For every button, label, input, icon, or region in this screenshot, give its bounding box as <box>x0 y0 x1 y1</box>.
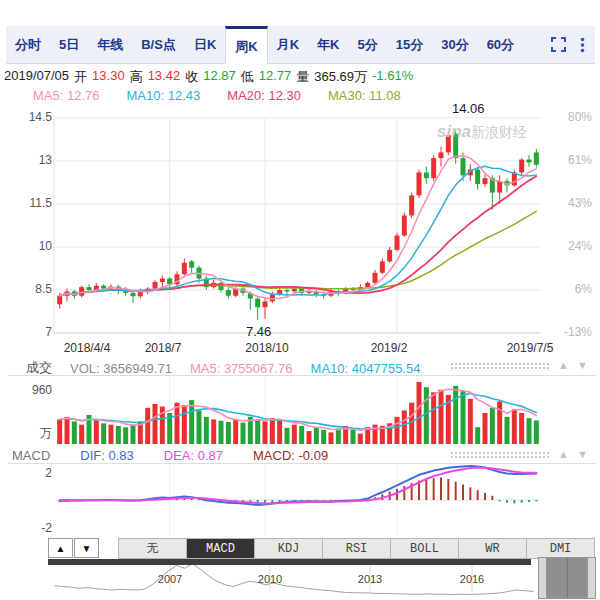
volume-expand-icon[interactable]: ▲ <box>558 360 569 371</box>
price-tick-label: 11.5 <box>2 196 52 210</box>
volume-vol-value: VOL: 3656949.71 <box>70 361 172 376</box>
macd-dif-value: DIF: 0.83 <box>80 448 133 463</box>
date-tick-label: 2018/7 <box>145 341 182 355</box>
indicator-tab-DMI[interactable]: DMI <box>526 539 594 558</box>
macd-drag-handle[interactable] <box>450 451 550 459</box>
volume-collapse-icon[interactable]: ▼ <box>577 360 588 371</box>
percent-tick-label: 6% <box>546 282 592 296</box>
volume-drag-handle[interactable] <box>450 362 550 370</box>
navigator-mid-line <box>567 558 568 598</box>
percent-tick-label: 24% <box>546 239 592 253</box>
date-tick-label: 2019/7/5 <box>507 341 554 355</box>
indicator-tab-KDJ[interactable]: KDJ <box>254 539 322 558</box>
navigator-selection-box[interactable] <box>538 557 596 599</box>
date-tick-label: 2018/4/4 <box>64 341 111 355</box>
macd-dea-value: DEA: 0.87 <box>164 448 223 463</box>
percent-tick-label: -13% <box>546 325 592 339</box>
macd-pane-tools: ▲ ▼ <box>450 449 588 460</box>
macd-collapse-icon[interactable]: ▼ <box>577 449 588 460</box>
indicator-scroll-bar <box>48 559 531 565</box>
percent-tick-label: 43% <box>546 196 592 210</box>
price-tick-label: 13 <box>2 153 52 167</box>
macd-axis-top: 2 <box>2 466 52 480</box>
volume-axis-max: 960 <box>2 383 52 397</box>
indicator-tab-MACD[interactable]: MACD <box>186 539 254 558</box>
price-tick-label: 14.5 <box>2 110 52 124</box>
volume-header-divider <box>8 375 596 376</box>
navigator-year-label: 2016 <box>460 573 484 585</box>
navigator-year-label: 2007 <box>158 573 182 585</box>
volume-ma5-value: MA5: 3755067.76 <box>190 361 293 376</box>
volume-pane-tools: ▲ ▼ <box>450 360 588 371</box>
pane-up-button[interactable]: ▲ <box>48 538 73 558</box>
price-tick-label: 8.5 <box>2 282 52 296</box>
percent-tick-label: 61% <box>546 153 592 167</box>
percent-tick-label: 80% <box>546 110 592 124</box>
macd-header: MACD DIF: 0.83 DEA: 0.87 MACD: -0.09 <box>12 448 328 463</box>
chart-canvas[interactable] <box>0 0 600 600</box>
macd-axis-bottom: -2 <box>2 521 52 535</box>
navigator-year-label: 2010 <box>258 573 282 585</box>
sina-watermark: sina新浪财经 <box>437 122 527 142</box>
indicator-tab-WR[interactable]: WR <box>458 539 526 558</box>
macd-title: MACD <box>12 448 50 463</box>
high-annotation: 14.06 <box>452 101 485 116</box>
price-tick-label: 7 <box>2 325 52 339</box>
low-annotation: 7.46 <box>246 324 271 339</box>
stock-chart-widget: 分时5日年线B/S点日K周K月K年K5分15分30分60分 2019/07/05… <box>0 0 600 600</box>
price-tick-label: 10 <box>2 239 52 253</box>
volume-ma10-value: MA10: 4047755.54 <box>311 361 421 376</box>
navigator-year-label: 2013 <box>358 573 382 585</box>
pane-down-button[interactable]: ▼ <box>74 538 99 558</box>
navigator-right-handle[interactable] <box>587 558 595 598</box>
macd-header-divider <box>8 463 596 464</box>
date-tick-label: 2019/2 <box>371 341 408 355</box>
macd-macd-value: MACD: -0.09 <box>253 448 328 463</box>
macd-expand-icon[interactable]: ▲ <box>558 449 569 460</box>
volume-axis-unit: 万 <box>2 425 52 442</box>
indicator-tab-无[interactable]: 无 <box>119 539 186 558</box>
navigator-left-handle[interactable] <box>539 558 547 598</box>
date-tick-label: 2018/10 <box>245 341 288 355</box>
indicator-tab-BOLL[interactable]: BOLL <box>390 539 458 558</box>
indicator-tab-RSI[interactable]: RSI <box>322 539 390 558</box>
indicator-tab-bar: 无MACDKDJRSIBOLLWRDMI <box>118 538 595 559</box>
